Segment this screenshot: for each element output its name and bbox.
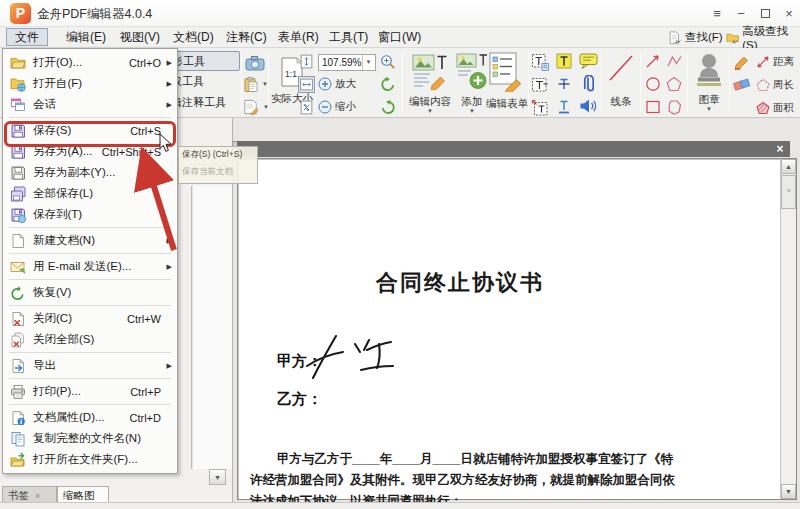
minimize-button[interactable]: −	[731, 5, 751, 23]
close-button[interactable]: ×	[779, 5, 799, 23]
measure-perimeter-button[interactable]: 周长	[756, 78, 794, 92]
add-button[interactable]: 添加 ▼	[454, 52, 490, 114]
area-icon	[756, 101, 770, 115]
find-button[interactable]: 查找(F)	[668, 29, 723, 46]
menu-item-label: 导出	[33, 358, 56, 373]
highlight-text-icon[interactable]	[556, 53, 572, 69]
menu-item-label: 另存为副本(Y)...	[33, 165, 115, 180]
tab-thumbnails[interactable]: 缩略图×	[57, 486, 109, 503]
area-label: 面积	[773, 101, 794, 115]
menu-file[interactable]: 文件	[6, 28, 48, 46]
triangle-down-icon: ▼	[214, 474, 221, 481]
textbox-remove-icon[interactable]	[531, 76, 549, 94]
triangle-down-icon: ▼	[785, 488, 792, 495]
strikethrough-text-icon[interactable]	[556, 76, 572, 92]
arrow-shape-icon[interactable]	[645, 53, 661, 69]
zoom-level-combobox[interactable]: 107.59% ▼	[318, 54, 376, 71]
menu-item-label: 复制完整的文件名(N)	[33, 431, 141, 446]
stamp-button[interactable]: 图章 ▼	[691, 52, 727, 112]
menu-tools[interactable]: 工具(T)	[321, 28, 376, 46]
menu-item-label: 保存到(T)	[33, 207, 82, 222]
menu-form[interactable]: 表单(R)	[270, 28, 327, 46]
tab-bookmarks[interactable]: 书签×	[2, 486, 57, 503]
zoom-in-button[interactable]: 放大	[318, 77, 356, 91]
measure-distance-button[interactable]: 距离	[756, 55, 794, 69]
panel-scroll-down-button[interactable]: ▼	[209, 469, 226, 485]
snapshot-camera-icon[interactable]	[245, 55, 265, 71]
stamp-label: 图章	[691, 93, 727, 107]
document-close-button[interactable]: ×	[773, 142, 787, 156]
menu-separator	[9, 279, 171, 280]
fit-visible-icon[interactable]	[299, 100, 314, 115]
pentagon-shape-icon[interactable]	[666, 76, 682, 92]
eraser-icon[interactable]	[733, 77, 751, 91]
menu-item-open-from[interactable]: 打开自(F)▶	[3, 73, 177, 94]
window-menu-button[interactable]: ≡	[707, 5, 727, 23]
perimeter-icon	[756, 78, 770, 92]
paperclip-icon[interactable]	[582, 75, 594, 94]
menu-item-revert[interactable]: 恢复(V)	[3, 282, 177, 303]
menu-separator	[9, 305, 171, 306]
save-to-icon	[10, 207, 26, 223]
stamp-icon	[693, 52, 725, 88]
paste-button[interactable]: ▼	[243, 76, 268, 93]
edit-content-button[interactable]: 编辑内容 ▼	[408, 52, 452, 114]
note-tool-button[interactable]: ▼	[243, 99, 269, 115]
undo-icon[interactable]	[380, 76, 396, 92]
menu-item-copy-filename[interactable]: 复制完整的文件名(N)	[3, 428, 177, 449]
menu-item-export[interactable]: 导出▶	[3, 355, 177, 376]
redo-icon[interactable]	[380, 99, 396, 115]
edit-form-button[interactable]: 编辑表单	[486, 52, 528, 111]
line-tool-button[interactable]: 线条	[605, 53, 637, 109]
menu-edit[interactable]: 编辑(E)	[58, 28, 114, 46]
line-label: 线条	[605, 95, 637, 109]
tab-close-icon[interactable]: ×	[35, 491, 40, 501]
menu-item-label: 打开(O)...	[33, 55, 82, 70]
email-icon	[10, 259, 26, 275]
menu-item-session[interactable]: 会话▶	[3, 94, 177, 115]
menu-view[interactable]: 视图(V)	[112, 28, 168, 46]
annotation-highlight-box	[4, 121, 176, 147]
maximize-button[interactable]	[755, 5, 775, 23]
menu-window[interactable]: 窗口(W)	[370, 28, 429, 46]
comment-bubble-icon[interactable]	[579, 53, 598, 69]
menu-item-close-all[interactable]: 关闭全部(S)	[3, 329, 177, 350]
measure-area-button[interactable]: 面积	[756, 101, 794, 115]
zoom-out-button[interactable]: 缩小	[318, 100, 356, 114]
menu-comment[interactable]: 注释(C)	[218, 28, 275, 46]
grip-icon: ≡	[782, 189, 795, 193]
speaker-icon[interactable]	[579, 98, 598, 114]
zoom-in-label: 放大	[335, 77, 356, 91]
textbox-move-icon[interactable]	[531, 99, 549, 117]
dropdown-arrow-icon: ▼	[263, 105, 269, 110]
menu-document[interactable]: 文档(D)	[165, 28, 222, 46]
underline-text-icon[interactable]	[556, 99, 572, 115]
plus-circle-icon	[318, 77, 332, 91]
fit-page-icon[interactable]	[299, 54, 314, 69]
app-logo-icon: P	[10, 3, 31, 24]
scroll-down-button[interactable]: ▼	[781, 484, 796, 499]
circle-shape-icon[interactable]	[645, 76, 661, 92]
polyline-shape-icon[interactable]	[666, 53, 682, 69]
menu-item-close[interactable]: 关闭(C)Ctrl+W	[3, 308, 177, 329]
pencil-draw-icon[interactable]	[733, 53, 751, 71]
vertical-scrollbar[interactable]: ▲ ≡ ▼	[780, 159, 796, 499]
menu-item-open-folder[interactable]: 打开所在文件夹(F)...	[3, 449, 177, 470]
menu-item-open[interactable]: 打开(O)...Ctrl+O▶	[3, 52, 177, 73]
document-tab-bar[interactable]: ×	[237, 141, 790, 157]
rectangle-shape-icon[interactable]	[645, 99, 661, 115]
menu-item-label: 打开自(F)	[33, 76, 82, 91]
fit-width-icon[interactable]	[298, 76, 315, 93]
menu-item-document-properties[interactable]: 文档属性(D)...Ctrl+D	[3, 407, 177, 428]
polygon-shape-icon[interactable]	[666, 99, 682, 115]
advanced-find-button[interactable]: 高级查找(S)	[726, 29, 800, 46]
handwritten-signature	[303, 328, 403, 384]
zoom-level-value: 107.59%	[322, 57, 361, 68]
textbox-search-icon[interactable]	[531, 53, 549, 71]
menu-item-print[interactable]: 打印(P)...Ctrl+P	[3, 381, 177, 402]
add-label: 添加	[454, 95, 490, 109]
scrollbar-thumb[interactable]: ≡	[781, 175, 796, 209]
marquee-zoom-icon[interactable]	[380, 54, 396, 70]
title-bar: P 金舟PDF编辑器4.0.4 ≡ − ×	[0, 0, 800, 27]
scroll-up-button[interactable]: ▲	[781, 159, 796, 174]
